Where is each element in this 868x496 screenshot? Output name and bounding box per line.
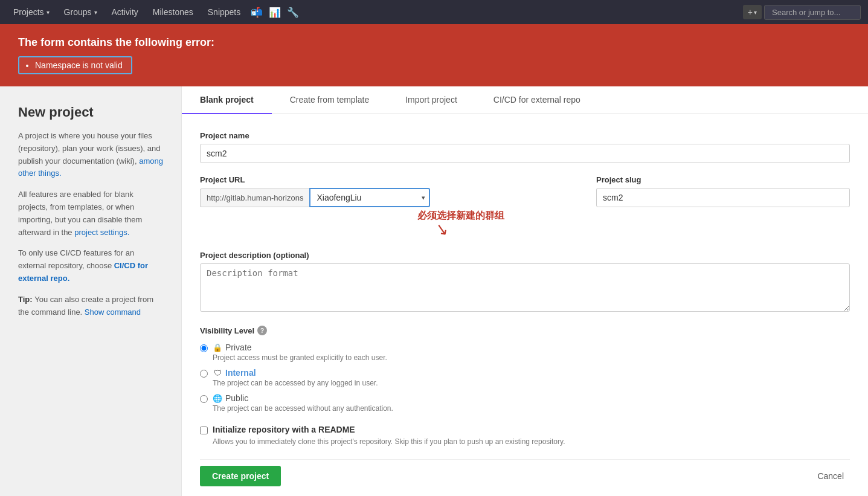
sidebar-tip: Tip: You can also create a project from …	[18, 294, 163, 319]
init-repo-item: Initialize repository with a README Allo…	[200, 425, 850, 447]
wrench-icon[interactable]: 🔧	[285, 4, 301, 20]
nav-snippets-label: Snippets	[208, 7, 240, 17]
visibility-internal-label: 🛡 Internal	[213, 368, 378, 378]
project-url-label: Project URL	[200, 175, 584, 184]
sidebar-link-project-settings[interactable]: project settings.	[74, 228, 129, 237]
visibility-private: 🔒 Private Project access must be granted…	[200, 343, 850, 362]
sidebar-desc3: To only use CI/CD features for an extern…	[18, 247, 163, 285]
sidebar-desc1: A project is where you house your files …	[18, 130, 163, 180]
init-repo-checkbox[interactable]	[200, 427, 208, 434]
url-prefix: http://gitlab.human-horizons	[200, 188, 309, 207]
form-panel: Blank project Create from template Impor…	[181, 86, 868, 496]
shield-icon: 🛡	[213, 368, 222, 378]
visibility-public: 🌐 Public The project can be accessed wit…	[200, 393, 850, 413]
sidebar-title: New project	[18, 105, 163, 120]
url-row: http://gitlab.human-horizons XiaofengLiu…	[200, 188, 584, 207]
project-url-group: Project URL http://gitlab.human-horizons…	[200, 175, 584, 207]
tab-cicd-external-repo[interactable]: CI/CD for external repo	[475, 86, 599, 114]
project-slug-group: Project slug	[596, 175, 850, 207]
create-project-button[interactable]: Create project	[200, 466, 281, 486]
form-actions: Create project Cancel	[200, 459, 850, 486]
annotation-text: 必须选择新建的群组	[417, 210, 504, 222]
plus-chevron-icon: ▾	[754, 9, 757, 16]
nav-snippets[interactable]: Snippets	[202, 0, 246, 24]
search-input[interactable]: Search or jump to...	[764, 5, 861, 20]
nav-projects-label: Projects	[13, 7, 44, 17]
error-banner: The form contains the following error: N…	[0, 24, 868, 86]
project-description-input[interactable]	[200, 263, 850, 312]
tab-blank-project[interactable]: Blank project	[182, 86, 272, 114]
nav-groups-label: Groups	[64, 7, 92, 17]
namespace-wrapper: XiaofengLiu ▾	[309, 188, 430, 207]
visibility-internal-radio[interactable]	[200, 370, 208, 378]
visibility-section: Visibility Level ? 🔒 Private Project acc…	[200, 326, 850, 413]
visibility-internal: 🛡 Internal The project can be accessed b…	[200, 368, 850, 387]
init-repo-label[interactable]: Initialize repository with a README	[213, 425, 355, 434]
form-body: Project name Project URL http://gitlab.h…	[182, 114, 868, 496]
project-name-label: Project name	[200, 131, 850, 140]
visibility-private-desc: Project access must be granted explicitl…	[213, 353, 387, 362]
visibility-internal-desc: The project can be accessed by any logge…	[213, 379, 378, 387]
sidebar-link-other-things[interactable]: among other things.	[18, 156, 163, 178]
init-repo-section: Initialize repository with a README Allo…	[200, 425, 850, 447]
notification-icon[interactable]: 📬	[249, 4, 265, 20]
cancel-button[interactable]: Cancel	[811, 466, 850, 486]
sidebar-tip-label: Tip:	[18, 295, 34, 304]
sidebar-show-command-link[interactable]: Show command	[85, 308, 141, 317]
chart-icon[interactable]: 📊	[267, 4, 283, 20]
project-name-input[interactable]	[200, 144, 850, 163]
new-item-button[interactable]: + ▾	[743, 5, 762, 19]
top-navigation: Projects ▾ Groups ▾ Activity Milestones …	[0, 0, 868, 24]
nav-milestones-label: Milestones	[153, 7, 193, 17]
namespace-select[interactable]: XiaofengLiu	[309, 188, 430, 207]
sidebar-desc2: All features are enabled for blank proje…	[18, 188, 163, 239]
url-slug-section: Project URL http://gitlab.human-horizons…	[200, 175, 850, 239]
project-description-label: Project description (optional)	[200, 251, 850, 260]
main-content: New project A project is where you house…	[0, 86, 868, 496]
annotation-arrow-icon: ↙	[434, 219, 450, 239]
visibility-radio-group: 🔒 Private Project access must be granted…	[200, 343, 850, 413]
error-title: The form contains the following error:	[18, 36, 850, 49]
nav-activity[interactable]: Activity	[106, 0, 144, 24]
visibility-label: Visibility Level ?	[200, 326, 850, 335]
nav-activity-label: Activity	[112, 7, 138, 17]
projects-chevron-icon: ▾	[47, 9, 50, 16]
tab-bar: Blank project Create from template Impor…	[182, 86, 868, 114]
project-name-group: Project name	[200, 131, 850, 163]
visibility-help-icon[interactable]: ?	[257, 326, 267, 335]
annotation-area: 必须选择新建的群组 ↙	[200, 210, 850, 239]
project-slug-label: Project slug	[596, 175, 850, 184]
error-item: Namespace is not valid	[35, 60, 123, 70]
annotation-content: 必须选择新建的群组 ↙	[417, 210, 504, 239]
error-list: Namespace is not valid	[18, 56, 132, 74]
visibility-private-radio[interactable]	[200, 344, 208, 352]
project-slug-input[interactable]	[596, 188, 850, 207]
groups-chevron-icon: ▾	[94, 9, 97, 16]
sidebar: New project A project is where you house…	[0, 86, 181, 496]
project-description-group: Project description (optional)	[200, 251, 850, 314]
visibility-private-label: 🔒 Private	[213, 343, 387, 352]
tab-create-from-template[interactable]: Create from template	[272, 86, 388, 114]
globe-icon: 🌐	[213, 393, 222, 403]
visibility-public-desc: The project can be accessed without any …	[213, 404, 393, 413]
nav-milestones[interactable]: Milestones	[147, 0, 199, 24]
nav-groups[interactable]: Groups ▾	[58, 0, 103, 24]
visibility-public-radio[interactable]	[200, 395, 208, 403]
visibility-public-label: 🌐 Public	[213, 393, 393, 403]
nav-projects[interactable]: Projects ▾	[7, 0, 56, 24]
sidebar-link-cicd[interactable]: CI/CD for external repo.	[18, 261, 148, 283]
init-repo-desc: Allows you to immediately clone this pro…	[213, 436, 565, 447]
tab-import-project[interactable]: Import project	[387, 86, 475, 114]
lock-icon: 🔒	[213, 343, 222, 352]
